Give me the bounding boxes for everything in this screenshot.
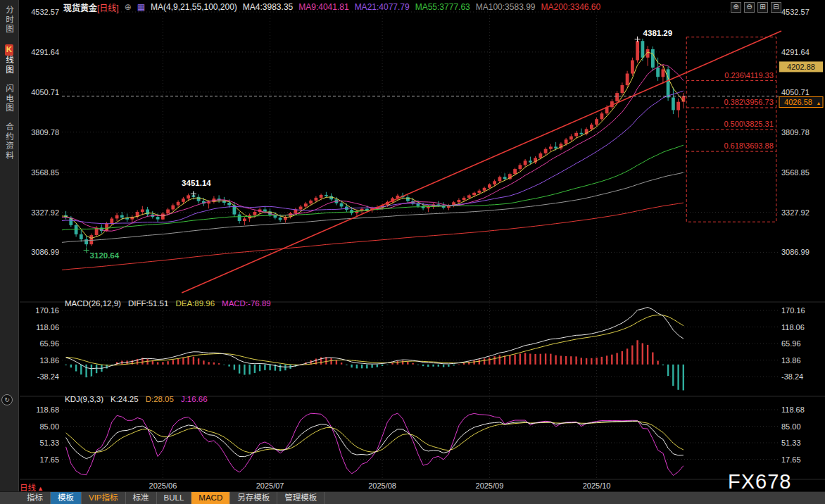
sidebar-item-time-chart[interactable]: 分时图 [4, 6, 15, 34]
symbol-name: 现货黄金 [63, 1, 97, 13]
axis-label: 170.16 [781, 306, 805, 315]
refresh-icon[interactable]: ↻ [1, 394, 13, 405]
axis-label: 4532.57 [31, 8, 59, 16]
ma100-line [35, 172, 684, 245]
axis-label: 3568.85 [31, 168, 59, 177]
axis-label: 51.33 [781, 439, 801, 447]
axis-label: 65.96 [39, 339, 59, 348]
axis-label: 51.33 [39, 439, 59, 447]
axis-label: 3809.78 [31, 128, 59, 137]
symbol-title: 现货黄金 [日线] [63, 1, 119, 13]
axis-label: 3327.92 [781, 208, 810, 217]
axis-label: 13.86 [39, 356, 59, 365]
x-axis-label: 2025/09 [476, 481, 504, 490]
k-line-badge: K [5, 44, 13, 56]
kdj-legend-item-0: KDJ(9,3,3) [65, 395, 103, 403]
ma21-line [35, 91, 684, 224]
refresh-icon-glyph: ↻ [4, 396, 10, 403]
axis-label: 13.86 [781, 356, 801, 365]
chart-header: 现货黄金 [日线] ⊕ ▦ MA(4,9,21,55,100,200) MA4:… [63, 1, 600, 13]
peak-price-label: 4381.29 [643, 29, 673, 37]
window-controls: ⊕⊖⊞⊟ [731, 2, 781, 13]
collapse-icon[interactable]: ⊟ [771, 2, 781, 13]
tab-vip-indicators[interactable]: VIP指标 [82, 492, 126, 504]
ma-value-0: MA4:3983.35 [243, 2, 293, 12]
main-panel [35, 31, 781, 293]
moving-averages-layer [35, 52, 684, 270]
tab-templates[interactable]: 模板 [51, 492, 82, 504]
axis-label: -38.24 [37, 372, 59, 381]
x-axis-label: 2025/10 [583, 481, 611, 490]
ma-group-label: MA(4,9,21,55,100,200) [151, 2, 237, 12]
gold-badge-label: 4202.88 [787, 63, 815, 71]
axis-label: 3568.85 [781, 168, 810, 177]
ma-value-5: MA200:3346.60 [541, 2, 600, 12]
ma-value-4: MA100:3583.99 [476, 2, 536, 12]
last-price-label: 4026.58 [784, 98, 812, 106]
candlesticks-layer [64, 37, 685, 247]
tab-bull[interactable]: BULL [157, 492, 192, 504]
ma-value-3: MA55:3777.63 [415, 2, 470, 12]
zoom-in-icon[interactable]: ⊕ [731, 2, 741, 13]
axis-label: -38.24 [781, 372, 803, 381]
tab-manage-template[interactable]: 管理模板 [277, 492, 325, 504]
axis-label: 118.06 [36, 323, 59, 332]
axis-label: 3809.78 [781, 128, 810, 137]
axis-label: 118.06 [781, 323, 805, 332]
axis-label: 4050.71 [781, 88, 810, 96]
macd-legend-item-3: MACD:-76.89 [222, 299, 271, 308]
axis-label: 4050.71 [31, 88, 59, 96]
macd-panel [65, 308, 684, 391]
trendline [182, 31, 781, 293]
kdj-legend-item-1: K:24.25 [111, 395, 139, 403]
fib-label: 0.236\4119.33 [724, 71, 774, 80]
zoom-out-icon[interactable]: ⊖ [744, 2, 755, 13]
macd-legend-item-2: DEA:89.96 [175, 299, 215, 308]
ma200-line [61, 203, 684, 270]
tab-macd[interactable]: MACD [191, 492, 230, 504]
bottom-tab-bar: 指标模板VIP指标标准BULLMACD另存模板管理模板 [0, 491, 825, 504]
kdj-legend-item-3: J:16.66 [181, 395, 208, 403]
macd-legend: MACD(26,12,9)DIFF:51.51DEA:89.96MACD:-76… [65, 299, 271, 308]
axis-label: 170.16 [35, 306, 59, 315]
x-axis-label: 2025/08 [368, 481, 396, 490]
watermark: FX678 [728, 470, 791, 493]
up-arrow-icon: ▲ [817, 101, 821, 106]
axis-label: 17.65 [781, 455, 801, 464]
x-axis-label: 2025/07 [256, 481, 284, 490]
period-tag[interactable]: [日线] [97, 1, 119, 13]
ma-value-2: MA21:4077.79 [355, 2, 410, 12]
attach-icon[interactable]: ⊕ [125, 2, 132, 12]
axis-label: 4291.64 [781, 48, 810, 56]
kdj-panel [66, 413, 684, 475]
sidebar-item-contract-info[interactable]: 合约资料 [4, 122, 15, 160]
macd-legend-item-1: DIFF:51.51 [128, 299, 169, 308]
grid-layout-icon[interactable]: ⊞ [757, 2, 768, 13]
dea-line [66, 315, 684, 365]
sidebar-item-kline-chart[interactable]: K线图 [4, 44, 15, 75]
axis-label: 4291.64 [31, 48, 59, 56]
sidebar-item-flash-chart[interactable]: 闪电图 [4, 84, 15, 113]
price-chart-canvas[interactable]: 4532.574532.574291.644291.644050.714050.… [0, 0, 825, 504]
axis-label: 4532.57 [781, 8, 810, 16]
ma4-line [35, 52, 684, 239]
axis-label: 118.68 [36, 405, 59, 414]
gridlines [20, 12, 825, 479]
fib-label: 0.500\3825.31 [724, 120, 773, 128]
ma9-line [35, 65, 684, 232]
kdj-legend: KDJ(9,3,3)K:24.25D:28.05J:16.66 [65, 395, 208, 403]
axis-label: 85.00 [39, 422, 59, 431]
indicator-icon[interactable]: ▦ [137, 2, 145, 12]
ma-legend: MA4:3983.35MA9:4041.81MA21:4077.79MA55:3… [243, 2, 600, 12]
labels-layer: 4532.574532.574291.644291.644050.714050.… [31, 8, 823, 490]
x-axis-label: 2025/06 [149, 481, 177, 490]
fib-label: 0.618\3693.88 [724, 141, 773, 150]
macd-legend-item-0: MACD(26,12,9) [65, 299, 121, 308]
tab-standard[interactable]: 标准 [126, 492, 157, 504]
tab-save-template[interactable]: 另存模板 [230, 492, 277, 504]
axis-label: 118.68 [781, 405, 805, 414]
tab-indicators[interactable]: 指标 [20, 492, 51, 504]
trading-terminal: 4532.574532.574291.644291.644050.714050.… [0, 0, 825, 504]
sidebar: 分时图K线图闪电图合约资料 [0, 0, 19, 491]
ma-value-1: MA9:4041.81 [298, 2, 348, 12]
